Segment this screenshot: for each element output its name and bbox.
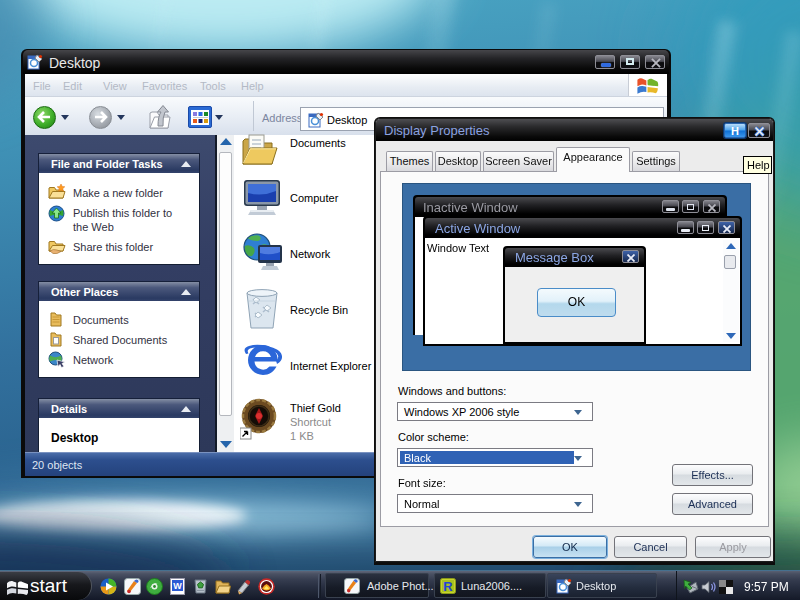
svg-text:W: W [173,581,182,591]
svg-text:R: R [443,579,453,594]
